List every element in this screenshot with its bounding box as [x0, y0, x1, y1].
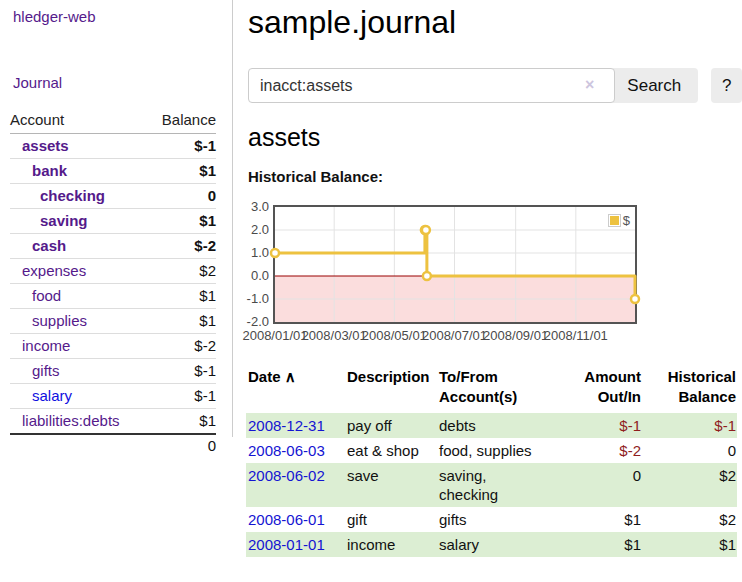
search-button[interactable]: Search: [610, 68, 698, 103]
help-button[interactable]: ?: [711, 68, 742, 103]
account-link-food[interactable]: food: [32, 287, 61, 304]
sidebar: hledger-web Journal Account Balance asse…: [0, 0, 233, 437]
account-balance: $-1: [156, 134, 216, 159]
transaction-description: pay off: [345, 413, 437, 438]
transaction-amount: $-2: [557, 438, 642, 463]
account-row: supplies$1: [10, 309, 216, 334]
account-balance: $1: [156, 284, 216, 309]
account-link-bank[interactable]: bank: [32, 162, 67, 179]
account-balance: $-2: [156, 334, 216, 359]
account-row: saving$1: [10, 209, 216, 234]
transaction-date-link[interactable]: 2008-01-01: [248, 536, 325, 553]
balance-chart-svg: [275, 207, 635, 322]
register-header-date[interactable]: Date ∧: [246, 365, 345, 413]
account-link-cash[interactable]: cash: [32, 237, 66, 254]
account-row: food$1: [10, 284, 216, 309]
account-row: liabilities:debts$1: [10, 409, 216, 435]
account-link-salary[interactable]: salary: [32, 387, 72, 404]
register-row: 2008-06-01giftgifts$1$2: [246, 507, 737, 532]
accounts-header-row: Account Balance: [10, 108, 216, 134]
y-axis-tick-label: 0.0: [241, 268, 269, 283]
account-row: salary$-1: [10, 384, 216, 409]
account-row: expenses$2: [10, 259, 216, 284]
transaction-amount: $1: [557, 532, 642, 557]
app-title-link[interactable]: hledger-web: [13, 8, 232, 25]
transaction-description: gift: [345, 507, 437, 532]
account-balance: $1: [156, 309, 216, 334]
account-link-gifts[interactable]: gifts: [32, 362, 60, 379]
account-balance: $1: [156, 159, 216, 184]
account-balance: $-1: [156, 359, 216, 384]
transaction-balance: 0: [642, 438, 737, 463]
main-content: sample.journal × Search ? assets Histori…: [248, 0, 742, 557]
page-title: sample.journal: [248, 4, 742, 40]
search-form: × Search ?: [248, 68, 742, 103]
account-row: assets$-1: [10, 134, 216, 159]
transaction-description: income: [345, 532, 437, 557]
transaction-date-link[interactable]: 2008-06-01: [248, 511, 325, 528]
transaction-accounts: saving,checking: [437, 463, 557, 507]
account-row: income$-2: [10, 334, 216, 359]
accounts-table: Account Balance assets$-1bank$1checking0…: [10, 108, 216, 458]
accounts-header-balance: Balance: [156, 108, 216, 134]
chart-heading: Historical Balance:: [248, 168, 742, 186]
register-row: 2008-01-01incomesalary$1$1: [246, 532, 737, 557]
account-link-assets[interactable]: assets: [22, 137, 69, 154]
register-header-balance: Historical Balance: [642, 365, 737, 413]
account-page-title: assets: [248, 123, 742, 151]
x-axis-tick-label: 2008/11/01: [540, 328, 612, 343]
account-row: cash$-2: [10, 234, 216, 259]
account-balance: 0: [156, 184, 216, 209]
y-axis-tick-label: 1.0: [241, 245, 269, 260]
transaction-accounts: food, supplies: [437, 438, 557, 463]
series-label: $: [623, 213, 630, 228]
account-balance: $1: [156, 409, 216, 435]
transaction-balance: $2: [642, 507, 737, 532]
register-header-accounts: To/From Account(s): [437, 365, 557, 413]
transaction-description: save: [345, 463, 437, 507]
transaction-amount: $-1: [557, 413, 642, 438]
transaction-date-link[interactable]: 2008-12-31: [248, 417, 325, 434]
register-row: 2008-12-31pay offdebts$-1$-1: [246, 413, 737, 438]
account-link-saving[interactable]: saving: [40, 212, 88, 229]
transaction-amount: 0: [557, 463, 642, 507]
account-row: checking0: [10, 184, 216, 209]
accounts-header-account: Account: [10, 108, 156, 134]
account-link-supplies[interactable]: supplies: [32, 312, 87, 329]
clear-search-icon[interactable]: ×: [585, 76, 594, 94]
account-balance: $-2: [156, 234, 216, 259]
accounts-total-row: 0: [10, 434, 216, 458]
transaction-accounts: debts: [437, 413, 557, 438]
transaction-balance: $1: [642, 532, 737, 557]
y-axis-tick-label: 3.0: [241, 199, 269, 214]
account-link-expenses[interactable]: expenses: [22, 262, 86, 279]
account-row: bank$1: [10, 159, 216, 184]
account-link-liabilities-debts[interactable]: liabilities:debts: [22, 412, 120, 429]
transaction-amount: $1: [557, 507, 642, 532]
transaction-description: eat & shop: [345, 438, 437, 463]
account-balance: $2: [156, 259, 216, 284]
register-row: 2008-06-03eat & shopfood, supplies$-20: [246, 438, 737, 463]
register-header-amount: Amount Out/In: [557, 365, 642, 413]
accounts-total-balance: 0: [156, 434, 216, 458]
search-input[interactable]: [248, 68, 615, 103]
transaction-accounts: gifts: [437, 507, 557, 532]
transaction-date-link[interactable]: 2008-06-02: [248, 467, 325, 484]
sort-ascending-icon: ∧: [285, 368, 296, 385]
register-row: 2008-06-02savesaving,checking0$2: [246, 463, 737, 507]
historical-balance-chart: $ 3.02.01.00.0-1.0-2.02008/01/012008/03/…: [273, 205, 637, 344]
chart-legend: $: [606, 212, 632, 229]
transaction-date-link[interactable]: 2008-06-03: [248, 442, 325, 459]
transaction-balance: $2: [642, 463, 737, 507]
account-balance: $-1: [156, 384, 216, 409]
sidebar-item-journal[interactable]: Journal: [13, 74, 232, 91]
register-header-row: Date ∧ Description To/From Account(s) Am…: [246, 365, 737, 413]
chart-plot-area: $: [273, 205, 637, 324]
transaction-balance: $-1: [642, 413, 737, 438]
account-link-checking[interactable]: checking: [40, 187, 105, 204]
y-axis-tick-label: -1.0: [241, 291, 269, 306]
y-axis-tick-label: 2.0: [241, 222, 269, 237]
transaction-accounts: salary: [437, 532, 557, 557]
register-table: Date ∧ Description To/From Account(s) Am…: [246, 365, 737, 557]
account-link-income[interactable]: income: [22, 337, 70, 354]
